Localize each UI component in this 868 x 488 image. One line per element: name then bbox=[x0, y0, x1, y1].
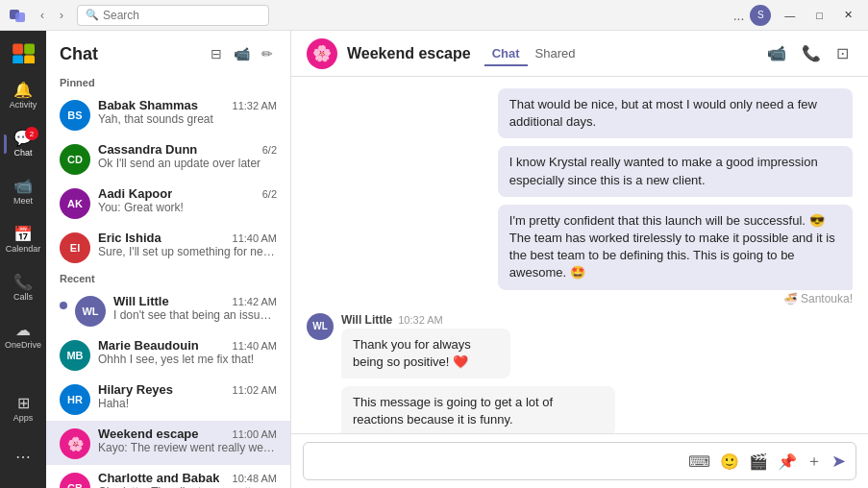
message-input[interactable] bbox=[311, 454, 681, 469]
pinned-item[interactable]: EI Eric Ishida 11:40 AM Sure, I'll set u… bbox=[46, 225, 290, 269]
avatar: AK bbox=[60, 188, 90, 219]
chat-time: 11:40 AM bbox=[233, 232, 277, 244]
recent-item[interactable]: CB Charlotte and Babak 10:48 AM Charlott… bbox=[46, 465, 290, 488]
chat-name: Aadi Kapoor bbox=[98, 186, 172, 201]
message-row-received: WL Will Little10:32 AM Thank you for alw… bbox=[307, 313, 853, 378]
search-box: 🔍 bbox=[77, 5, 269, 26]
sidebar-item-calendar[interactable]: 📅 Calendar bbox=[4, 217, 42, 263]
calls-icon: 📞 bbox=[13, 275, 33, 290]
chat-info: Marie Beaudouin 11:40 AM Ohhh I see, yes… bbox=[98, 338, 277, 366]
send-button[interactable]: ➤ bbox=[830, 449, 848, 474]
chat-header-left: 🌸 Weekend escape ChatShared bbox=[307, 38, 583, 69]
chat-info: Babak Shammas 11:32 AM Yah, that sounds … bbox=[98, 98, 277, 126]
chat-tab-chat[interactable]: Chat bbox=[484, 42, 528, 66]
title-bar-left: ‹ › 🔍 bbox=[8, 5, 269, 26]
recent-item[interactable]: MB Marie Beaudouin 11:40 AM Ohhh I see, … bbox=[46, 332, 290, 377]
title-bar-right: ... S — □ ✕ bbox=[733, 5, 860, 26]
meet-label: Meet bbox=[13, 196, 33, 206]
chat-time: 11:40 AM bbox=[233, 340, 277, 352]
sidebar-nav: 🔔 Activity 💬 Chat 2 📹 Meet 📅 Calendar 📞 … bbox=[4, 73, 42, 386]
video-call-button[interactable]: 📹 bbox=[230, 42, 254, 65]
recent-item[interactable]: HR Hilary Reyes 11:02 AM Haha! bbox=[46, 377, 290, 421]
meet-icon: 📹 bbox=[13, 179, 33, 194]
chat-info: Charlotte and Babak 10:48 AM Charlotte: … bbox=[98, 471, 277, 488]
pinned-label: Pinned bbox=[46, 73, 290, 92]
messages-area: That would be nice, but at most I would … bbox=[291, 77, 868, 433]
new-chat-button[interactable]: ✏ bbox=[258, 42, 277, 65]
chat-time: 6/2 bbox=[262, 188, 277, 200]
message-bubble: That would be nice, but at most I would … bbox=[498, 88, 853, 138]
message-row-sent: I know Krystal really wanted to make a g… bbox=[307, 146, 853, 196]
user-avatar[interactable]: S bbox=[750, 5, 771, 26]
group-icon: 🌸 bbox=[307, 38, 337, 69]
message-row-sent: I'm pretty confident that this launch wi… bbox=[307, 205, 853, 305]
recent-item[interactable]: WL Will Little 11:42 AM I don't see that… bbox=[46, 288, 290, 332]
sidebar-item-meet[interactable]: 📹 Meet bbox=[4, 169, 42, 215]
chat-apps-button[interactable]: ⊡ bbox=[832, 40, 853, 66]
filter-button[interactable]: ⊟ bbox=[207, 42, 226, 65]
sidebar-item-apps[interactable]: ⊞ Apps bbox=[4, 386, 42, 432]
search-input[interactable] bbox=[103, 9, 260, 22]
avatar: CB bbox=[60, 473, 90, 488]
chat-info: Will Little 11:42 AM I don't see that be… bbox=[113, 294, 277, 322]
nav-buttons[interactable]: ‹ › bbox=[35, 7, 69, 24]
onedrive-label: OneDrive bbox=[5, 340, 41, 350]
chat-info: Hilary Reyes 11:02 AM Haha! bbox=[98, 382, 277, 410]
calendar-icon: 📅 bbox=[13, 227, 33, 242]
pinned-item[interactable]: AK Aadi Kapoor 6/2 You: Great work! bbox=[46, 181, 290, 225]
more-menu-icon[interactable]: ... bbox=[733, 8, 745, 23]
chat-preview: Sure, I'll set up something for next wee… bbox=[98, 245, 277, 258]
gif-button[interactable]: 🎬 bbox=[747, 451, 770, 473]
avatar: WL bbox=[75, 296, 106, 327]
chat-name: Charlotte and Babak bbox=[98, 471, 219, 485]
minimize-button[interactable]: — bbox=[777, 8, 803, 23]
sticker-button[interactable]: 📌 bbox=[776, 451, 799, 473]
video-call-header-button[interactable]: 📹 bbox=[763, 40, 790, 66]
sidebar-item-calls[interactable]: 📞 Calls bbox=[4, 265, 42, 311]
emoji-button[interactable]: 🙂 bbox=[718, 451, 741, 473]
sidebar-item-onedrive[interactable]: ☁ OneDrive bbox=[4, 313, 42, 359]
apps-label: Apps bbox=[13, 413, 34, 423]
more-options-button[interactable]: ＋ bbox=[805, 450, 824, 474]
chat-name: Cassandra Dunn bbox=[98, 142, 197, 157]
avatar: 🌸 bbox=[60, 428, 90, 459]
chat-name: Babak Shammas bbox=[98, 98, 198, 112]
unread-indicator bbox=[60, 302, 67, 309]
received-row: This message is going to get a lot of re… bbox=[307, 386, 728, 433]
avatar: MB bbox=[60, 340, 90, 371]
calls-label: Calls bbox=[13, 292, 33, 302]
pinned-item[interactable]: CD Cassandra Dunn 6/2 Ok I'll send an up… bbox=[46, 136, 290, 181]
sidebar-item-chat[interactable]: 💬 Chat 2 bbox=[4, 121, 42, 167]
chat-name: Eric Ishida bbox=[98, 231, 161, 245]
sidebar-item-more[interactable]: ⋯ bbox=[4, 434, 42, 480]
chat-tab-shared[interactable]: Shared bbox=[528, 42, 583, 66]
recent-item[interactable]: 🌸 Weekend escape 11:00 AM Kayo: The revi… bbox=[46, 421, 290, 465]
sidebar-item-activity[interactable]: 🔔 Activity bbox=[4, 73, 42, 119]
sender-avatar: WL bbox=[307, 313, 334, 340]
chat-info: Cassandra Dunn 6/2 Ok I'll send an updat… bbox=[98, 142, 277, 170]
audio-call-header-button[interactable]: 📞 bbox=[798, 40, 825, 66]
format-button[interactable]: ⌨ bbox=[686, 451, 712, 473]
ms-teams-logo bbox=[8, 6, 27, 25]
message-bubble: I know Krystal really wanted to make a g… bbox=[498, 146, 853, 196]
chat-preview: I don't see that being an issue, can tak… bbox=[113, 308, 277, 322]
forward-button[interactable]: › bbox=[54, 7, 69, 24]
chat-label: Chat bbox=[13, 148, 32, 158]
chat-preview: Haha! bbox=[98, 397, 277, 410]
close-button[interactable]: ✕ bbox=[836, 7, 860, 23]
avatar: HR bbox=[60, 384, 90, 415]
maximize-button[interactable]: □ bbox=[808, 8, 831, 23]
message-label: 🍜 Santouka! bbox=[783, 292, 853, 305]
apps-icon: ⊞ bbox=[17, 396, 30, 411]
pinned-item[interactable]: BS Babak Shammas 11:32 AM Yah, that soun… bbox=[46, 92, 290, 136]
sender-name: Will Little10:32 AM bbox=[341, 313, 602, 327]
message-time: 10:32 AM bbox=[398, 314, 442, 326]
chat-info: Eric Ishida 11:40 AM Sure, I'll set up s… bbox=[98, 231, 277, 258]
chat-info: Weekend escape 11:00 AM Kayo: The review… bbox=[98, 427, 277, 454]
message-bubble: I'm pretty confident that this launch wi… bbox=[498, 205, 853, 290]
back-button[interactable]: ‹ bbox=[35, 7, 50, 24]
chat-list-panel: Chat ⊟ 📹 ✏ Pinned BS Babak Shammas 11:32… bbox=[46, 31, 291, 488]
avatar: EI bbox=[60, 232, 90, 263]
activity-icon: 🔔 bbox=[13, 83, 33, 98]
chat-time: 11:32 AM bbox=[233, 100, 277, 111]
